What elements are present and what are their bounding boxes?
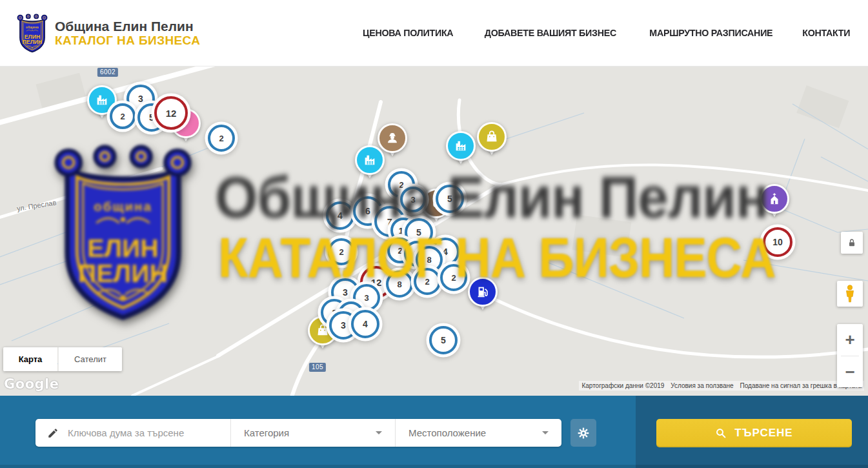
category-select-value: Категория bbox=[244, 427, 289, 438]
road-number-badge: 6002 bbox=[97, 68, 118, 77]
factory-icon bbox=[454, 139, 468, 153]
map-type-satellite-button[interactable]: Сателит bbox=[58, 347, 122, 371]
svg-text:ПЕЛИН: ПЕЛИН bbox=[78, 259, 168, 287]
search-bar: Категория Местоположение bbox=[0, 396, 868, 468]
gear-icon bbox=[577, 427, 590, 440]
nav-item-bus-schedule[interactable]: МАРШРУТНО РАЗПИСАНИЕ bbox=[649, 27, 772, 39]
chevron-down-icon bbox=[542, 431, 549, 434]
category-pin-bag[interactable] bbox=[477, 122, 507, 159]
search-submit-button[interactable]: ТЪРСЕНЕ bbox=[656, 419, 852, 447]
factory-icon bbox=[95, 93, 109, 107]
svg-text:ЕЛИН: ЕЛИН bbox=[87, 234, 159, 262]
keyword-field-wrap bbox=[35, 419, 230, 447]
svg-text:община: община bbox=[94, 199, 152, 214]
pin-circle bbox=[477, 122, 507, 152]
pin-circle bbox=[446, 131, 476, 161]
svg-text:община: община bbox=[26, 25, 39, 29]
map-canvas[interactable]: 6002105ул. Преславбул. „Новоселци“ 32512… bbox=[0, 66, 868, 396]
search-icon bbox=[715, 427, 727, 439]
cluster-marker[interactable]: 2 bbox=[208, 125, 235, 152]
zoom-out-button[interactable]: − bbox=[837, 356, 863, 388]
cluster-marker[interactable]: 2 bbox=[110, 103, 136, 129]
location-select-value: Местоположение bbox=[409, 427, 486, 438]
brand-logo-link[interactable]: община ЕЛИН ПЕЛИН Община Елин Пелин КАТА… bbox=[16, 13, 200, 54]
cluster-marker[interactable]: 12 bbox=[154, 96, 188, 130]
nav-item-add-business[interactable]: ДОБАВЕТЕ ВАШИЯТ БИЗНЕС bbox=[485, 27, 616, 39]
attribution-copyright: Картографски данни ©2019 bbox=[581, 382, 664, 389]
watermark-title: Община Елин Пелин bbox=[215, 168, 769, 227]
pegman-icon bbox=[843, 284, 857, 303]
brand-text: Община Елин Пелин КАТАЛОГ НА БИЗНЕСА bbox=[55, 19, 200, 48]
street-view-pegman-button[interactable] bbox=[837, 281, 863, 307]
chevron-down-icon bbox=[376, 431, 382, 434]
shopping-bag-icon bbox=[316, 323, 330, 338]
search-submit-label: ТЪРСЕНЕ bbox=[734, 427, 792, 440]
keyword-search-input[interactable] bbox=[66, 427, 217, 439]
lock-control-button[interactable] bbox=[841, 232, 863, 254]
category-select[interactable]: Категория bbox=[230, 419, 395, 447]
map-attribution: Картографски данни ©2019 Условия за полз… bbox=[579, 381, 864, 391]
church-icon bbox=[767, 192, 782, 206]
category-pin-factory[interactable] bbox=[446, 131, 476, 168]
cluster-marker[interactable]: 4 bbox=[351, 310, 379, 338]
search-fields-group: Категория Местоположение bbox=[35, 419, 561, 447]
watermark-subtitle: КАТАЛОГ НА БИЗНЕСА bbox=[218, 229, 776, 286]
header: община ЕЛИН ПЕЛИН Община Елин Пелин КАТА… bbox=[0, 0, 868, 66]
main-nav: ЦЕНОВА ПОЛИТИКА ДОБАВЕТЕ ВАШИЯТ БИЗНЕС М… bbox=[359, 27, 852, 39]
pencil-icon bbox=[47, 427, 59, 439]
road-number-badge: 105 bbox=[309, 363, 326, 372]
site-title: Община Елин Пелин bbox=[55, 19, 200, 34]
zoom-control: + − bbox=[837, 324, 863, 387]
cluster-marker[interactable]: 5 bbox=[429, 326, 458, 354]
shopping-bag-icon bbox=[485, 130, 499, 144]
map-type-map-button[interactable]: Карта bbox=[3, 347, 57, 371]
svg-text:ПЕЛИН: ПЕЛИН bbox=[23, 39, 43, 45]
nav-item-contacts[interactable]: КОНТАКТИ bbox=[802, 27, 850, 39]
advanced-settings-button[interactable] bbox=[570, 419, 596, 447]
attribution-terms-link[interactable]: Условия за ползване bbox=[671, 382, 733, 389]
municipality-shield-icon: община ЕЛИН ПЕЛИН bbox=[16, 13, 48, 54]
nav-item-pricing[interactable]: ЦЕНОВА ПОЛИТИКА bbox=[363, 27, 453, 39]
lock-icon bbox=[847, 238, 857, 248]
location-select[interactable]: Местоположение bbox=[395, 419, 561, 447]
google-logo[interactable]: Google bbox=[4, 376, 59, 392]
page: община ЕЛИН ПЕЛИН Община Елин Пелин КАТА… bbox=[0, 0, 868, 468]
watermark-shield-icon: община ЕЛИН ПЕЛИН bbox=[50, 141, 196, 325]
site-subtitle: КАТАЛОГ НА БИЗНЕСА bbox=[55, 34, 200, 47]
zoom-in-button[interactable]: + bbox=[837, 324, 863, 356]
worker-icon bbox=[385, 131, 399, 145]
map-type-control: Карта Сателит bbox=[3, 347, 122, 371]
